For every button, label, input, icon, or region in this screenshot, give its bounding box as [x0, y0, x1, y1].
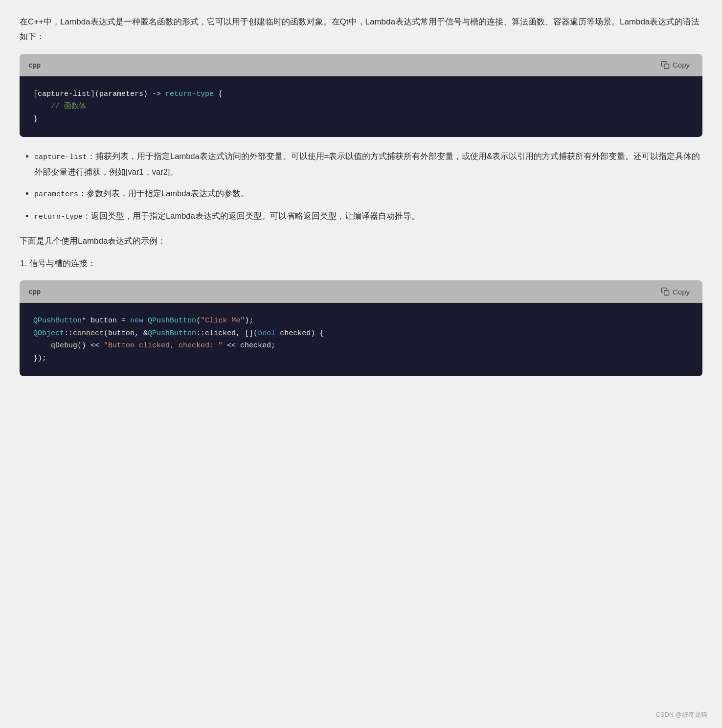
code-block-1-header: cpp Copy	[20, 54, 702, 76]
code-pre-2: QPushButton* button = new QPushButton("C…	[33, 315, 689, 364]
list-item-parameters: parameters：参数列表，用于指定Lambda表达式的参数。	[34, 186, 702, 202]
examples-intro-text: 下面是几个使用Lambda表达式的示例：	[20, 234, 702, 249]
list-item-capture: capture-list：捕获列表，用于指定Lambda表达式访问的外部变量。可…	[34, 149, 702, 179]
watermark: CSDN @好奇龙猫	[655, 710, 707, 719]
copy-label-2: Copy	[673, 288, 690, 296]
numbered-list: 信号与槽的连接：	[29, 256, 702, 271]
return-type-desc: ：返回类型，用于指定Lambda表达式的返回类型。可以省略返回类型，让编译器自动…	[83, 211, 420, 220]
code-lang-2: cpp	[28, 288, 41, 296]
capture-desc: ：捕获列表，用于指定Lambda表达式访问的外部变量。可以使用=表示以值的方式捕…	[34, 152, 700, 176]
code-content-2: QPushButton* button = new QPushButton("C…	[20, 303, 702, 376]
copy-label-1: Copy	[673, 61, 690, 69]
code-block-1: cpp Copy [capture-list](parameters) -> r…	[20, 54, 702, 137]
page-container: 在C++中，Lambda表达式是一种匿名函数的形式，它可以用于创建临时的函数对象…	[0, 0, 722, 728]
code-lang-1: cpp	[28, 61, 41, 69]
svg-rect-0	[664, 64, 669, 68]
code-block-2: cpp Copy QPushButton* button = new QPush…	[20, 280, 702, 376]
copy-icon-2	[661, 287, 670, 296]
code-content-1: [capture-list](parameters) -> return-typ…	[20, 76, 702, 137]
svg-rect-1	[664, 291, 669, 296]
code-block-2-header: cpp Copy	[20, 280, 702, 303]
copy-icon-1	[661, 61, 670, 69]
numbered-item-1: 信号与槽的连接：	[29, 256, 702, 271]
list-item-return-type: return-type：返回类型，用于指定Lambda表达式的返回类型。可以省略…	[34, 208, 702, 224]
copy-button-2[interactable]: Copy	[657, 285, 694, 298]
numbered-item-1-label: 信号与槽的连接：	[29, 259, 96, 268]
parameters-desc: ：参数列表，用于指定Lambda表达式的参数。	[78, 189, 249, 198]
return-type-label: return-type	[34, 213, 83, 221]
code-pre-1: [capture-list](parameters) -> return-typ…	[33, 88, 689, 126]
capture-label: capture-list	[34, 153, 87, 161]
copy-button-1[interactable]: Copy	[657, 59, 694, 71]
bullet-list: capture-list：捕获列表，用于指定Lambda表达式访问的外部变量。可…	[34, 149, 702, 224]
parameters-label: parameters	[34, 190, 78, 199]
intro-text: 在C++中，Lambda表达式是一种匿名函数的形式，它可以用于创建临时的函数对象…	[20, 15, 702, 44]
